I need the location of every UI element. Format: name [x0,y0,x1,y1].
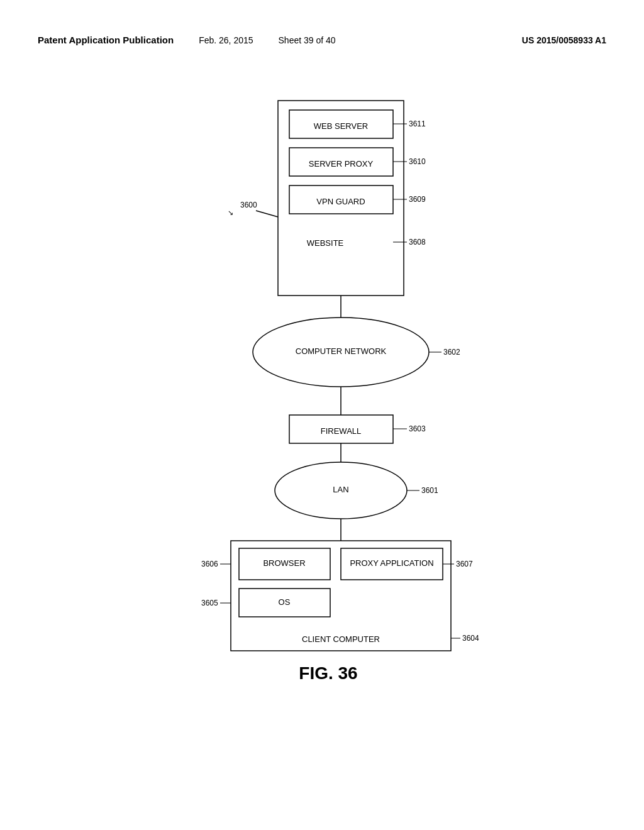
diagram-svg: text { font-family: Arial, sans-serif; f… [133,82,511,698]
ref-3606: 3606 [201,560,218,568]
ref-3608: 3608 [409,238,426,246]
server-proxy-label: SERVER PROXY [309,159,374,169]
sheet-number: Sheet 39 of 40 [279,35,336,45]
ref-3604: 3604 [462,634,479,643]
firewall-label: FIREWALL [321,426,362,436]
ref-3610: 3610 [409,157,426,166]
ref-3602: 3602 [443,348,460,357]
os-label: OS [279,597,291,607]
web-server-label: WEB SERVER [314,121,368,131]
publication-date: Feb. 26, 2015 [199,35,253,45]
figure-label: FIG. 36 [299,663,357,683]
ref-3603: 3603 [409,424,426,433]
diagram-area: text { font-family: Arial, sans-serif; f… [0,82,644,830]
svg-text:↘: ↘ [228,209,233,216]
ref-3611: 3611 [409,119,426,128]
ref-3600: 3600 [240,201,257,209]
ref-3609: 3609 [409,195,426,204]
patent-number: US 2015/0058933 A1 [522,35,606,45]
ref-3601: 3601 [421,486,438,495]
publication-title: Patent Application Publication [38,35,174,45]
page-header: Patent Application Publication Feb. 26, … [38,35,606,45]
page: Patent Application Publication Feb. 26, … [0,0,644,830]
vpn-guard-label: VPN GUARD [316,197,365,206]
lan-label: LAN [333,485,348,494]
ref-3607: 3607 [456,560,473,568]
svg-line-0 [256,211,278,217]
website-label: WEBSITE [307,238,344,248]
ref-3605: 3605 [201,599,218,607]
browser-label: BROWSER [263,558,305,568]
proxy-app-label: PROXY APPLICATION [350,558,433,568]
client-computer-label: CLIENT COMPUTER [302,634,380,644]
computer-network-label: COMPUTER NETWORK [296,346,387,356]
